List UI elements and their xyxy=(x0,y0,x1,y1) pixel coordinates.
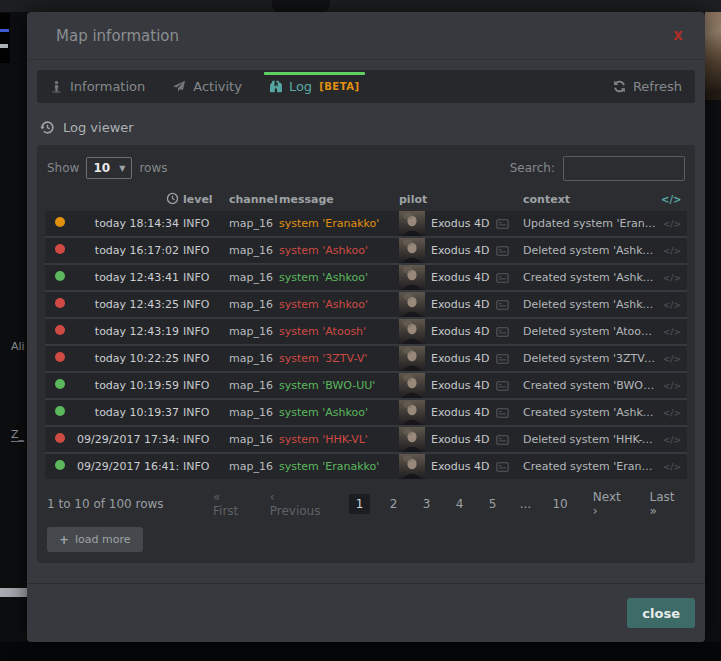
log-table-panel: Show 10 ▼ rows Search: level channel m xyxy=(37,145,695,563)
search-label: Search: xyxy=(510,161,555,175)
code-icon: </> xyxy=(661,327,681,337)
status-dot xyxy=(55,325,65,335)
history-icon xyxy=(40,120,55,135)
cell-time: 09/29/2017 16:41:17 xyxy=(77,460,179,473)
cell-context: Created system 'Eranakko... xyxy=(523,460,657,473)
level-column-header[interactable]: level xyxy=(183,193,225,206)
tab-information-label: Information xyxy=(70,79,145,94)
cell-context: Created system 'Ashkoo' ... xyxy=(523,406,657,419)
table-controls: Show 10 ▼ rows Search: xyxy=(45,155,687,181)
cell-channel: map_16 xyxy=(229,433,275,446)
page-5[interactable]: 5 xyxy=(482,494,502,514)
log-table-row: today 16:17:02 INFO map_16 system 'Ashko… xyxy=(45,238,687,263)
background-text-fragment-z: Z_ xyxy=(11,428,24,442)
page-1[interactable]: 1 xyxy=(349,494,371,514)
close-button[interactable]: close xyxy=(627,598,695,628)
tab-information[interactable]: Information xyxy=(50,79,145,94)
pagination-summary: 1 to 10 of 100 rows xyxy=(47,497,181,511)
id-card-icon xyxy=(496,435,509,445)
cell-level: INFO xyxy=(183,379,225,392)
dialog-close-icon[interactable]: x xyxy=(673,28,683,43)
cell-pilot: Exodus 4D xyxy=(399,265,519,290)
log-table-row: 09/29/2017 16:41:17 INFO map_16 system '… xyxy=(45,454,687,479)
refresh-button[interactable]: Refresh xyxy=(613,79,682,94)
cell-message: system 'Ashkoo' xyxy=(279,244,395,257)
cell-message: system 'Ashkoo' xyxy=(279,271,395,284)
id-card-icon xyxy=(496,408,509,418)
message-column-header[interactable]: message xyxy=(279,193,395,206)
refresh-label: Refresh xyxy=(633,79,682,94)
cell-context: Deleted system 'Ashkoo' ... xyxy=(523,244,657,257)
status-dot xyxy=(55,433,65,443)
cell-time: today 18:14:34 xyxy=(77,217,179,230)
cell-time: today 12:43:19 xyxy=(77,325,179,338)
background-bottom-strip xyxy=(0,642,721,661)
cell-channel: map_16 xyxy=(229,271,275,284)
status-dot xyxy=(55,244,65,254)
cell-time: 09/29/2017 17:34:25 xyxy=(77,433,179,446)
load-more-button[interactable]: + load more xyxy=(47,527,143,552)
page-3[interactable]: 3 xyxy=(416,494,436,514)
log-table-row: today 10:22:25 INFO map_16 system '3ZTV-… xyxy=(45,346,687,371)
pilot-avatar xyxy=(399,292,425,317)
pilot-avatar xyxy=(399,454,425,479)
status-dot xyxy=(55,217,65,227)
tab-activity[interactable]: Activity xyxy=(172,79,242,94)
chevron-down-icon: ▼ xyxy=(119,164,125,173)
pagination-first[interactable]: « First xyxy=(213,490,249,518)
pilot-name: Exodus 4D xyxy=(431,325,490,338)
pilot-avatar xyxy=(399,238,425,263)
channel-column-header[interactable]: channel xyxy=(229,193,275,206)
pagination-bar: 1 to 10 of 100 rows « First ‹ Previous 1… xyxy=(45,490,687,518)
tab-log[interactable]: Log [BETA] xyxy=(269,79,360,94)
cell-message: system 'Eranakko' xyxy=(279,460,395,473)
cell-pilot: Exodus 4D xyxy=(399,238,519,263)
pagination-last[interactable]: Last » xyxy=(650,490,685,518)
dialog-title: Map information xyxy=(56,27,179,45)
context-column-header[interactable]: context xyxy=(523,193,657,206)
pilot-avatar xyxy=(399,211,425,236)
pilot-name: Exodus 4D xyxy=(431,406,490,419)
cell-message: system 'BWO-UU' xyxy=(279,379,395,392)
cell-time: today 12:43:41 xyxy=(77,271,179,284)
background-portrait-fragment xyxy=(705,12,721,100)
page-4[interactable]: 4 xyxy=(449,494,469,514)
cell-level: INFO xyxy=(183,244,225,257)
cell-time: today 10:19:37 xyxy=(77,406,179,419)
log-table-row: today 18:14:34 INFO map_16 system 'Erana… xyxy=(45,211,687,236)
id-card-icon xyxy=(496,462,509,472)
cell-context: Updated system 'Eranakk... xyxy=(523,217,657,230)
background-top-bar xyxy=(0,0,721,12)
cell-message: system 'Ashkoo' xyxy=(279,298,395,311)
cell-channel: map_16 xyxy=(229,217,275,230)
tab-activity-label: Activity xyxy=(193,79,242,94)
search-input[interactable] xyxy=(563,156,685,181)
cell-pilot: Exodus 4D xyxy=(399,373,519,398)
cell-message: system 'Eranakko' xyxy=(279,217,395,230)
page-size-select[interactable]: 10 ▼ xyxy=(86,157,132,179)
pagination-next[interactable]: Next › xyxy=(593,490,629,518)
background-left-strip xyxy=(0,12,27,642)
time-column-header[interactable] xyxy=(77,192,179,206)
cell-channel: map_16 xyxy=(229,325,275,338)
background-blue-line xyxy=(0,29,9,32)
background-left-panel xyxy=(0,13,10,63)
status-dot xyxy=(55,352,65,362)
status-dot xyxy=(55,379,65,389)
pilot-column-header[interactable]: pilot xyxy=(399,193,519,206)
cell-context: Deleted system '3ZTV-V' #... xyxy=(523,352,657,365)
page-2[interactable]: 2 xyxy=(383,494,403,514)
page-10[interactable]: 10 xyxy=(548,494,571,514)
tab-bar: Information Activity Log [BETA] xyxy=(37,70,695,103)
id-card-icon xyxy=(496,327,509,337)
code-column-header[interactable]: </> xyxy=(661,194,681,205)
id-card-icon xyxy=(496,273,509,283)
pagination-previous[interactable]: ‹ Previous xyxy=(270,490,328,518)
cell-level: INFO xyxy=(183,325,225,338)
cell-pilot: Exodus 4D xyxy=(399,427,519,452)
code-icon: </> xyxy=(661,219,681,229)
cell-pilot: Exodus 4D xyxy=(399,346,519,371)
pilot-avatar xyxy=(399,373,425,398)
status-dot xyxy=(55,406,65,416)
pilot-avatar xyxy=(399,265,425,290)
